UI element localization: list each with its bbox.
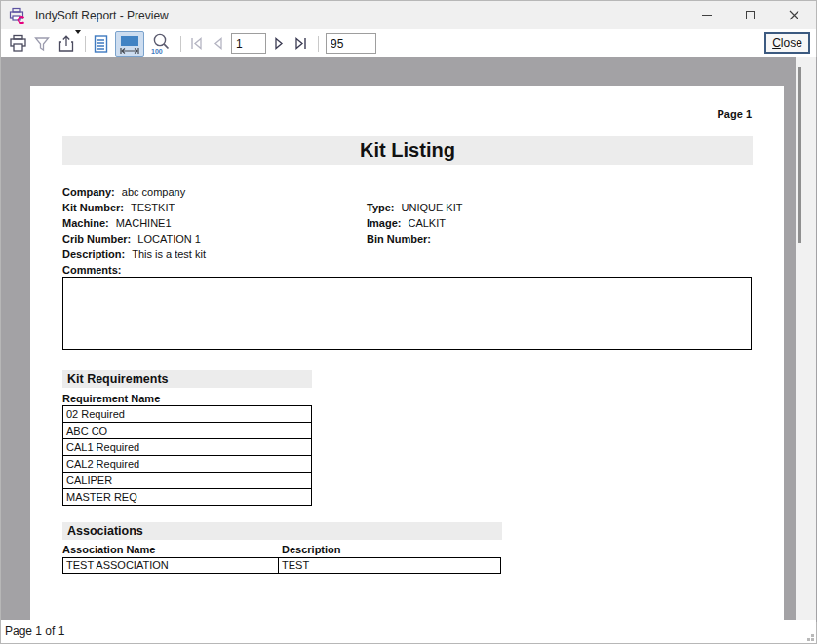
vertical-scrollbar[interactable] (796, 57, 816, 622)
next-page-icon[interactable] (272, 31, 287, 57)
toolbar: 100 (1, 29, 816, 57)
window-title: IndySoft Report - Preview (35, 9, 684, 22)
maximize-icon[interactable] (728, 1, 772, 29)
page-count-status: Page 1 of 1 (5, 625, 64, 638)
kit-details-left: Company:abc company Kit Number:TESTKIT M… (62, 184, 206, 278)
report-page: Page 1 Kit Listing Company:abc company K… (30, 86, 784, 622)
last-page-icon[interactable] (292, 31, 309, 57)
page-view-icon[interactable] (93, 31, 109, 57)
table-row: MASTER REQ (62, 488, 312, 506)
close-window-icon[interactable] (772, 1, 816, 29)
title-bar: IndySoft Report - Preview (1, 1, 816, 29)
report-title: Kit Listing (62, 136, 753, 165)
toolbar-separator (180, 36, 181, 52)
window-controls (684, 1, 816, 29)
kit-requirements-heading: Kit Requirements (62, 370, 312, 388)
page-number-input[interactable] (231, 33, 266, 54)
detail-crib-number: Crib Number:LOCATION 1 (62, 231, 206, 246)
resize-grip[interactable] (811, 638, 814, 641)
table-row: CALIPER (62, 472, 312, 489)
status-bar: Page 1 of 1 (1, 620, 816, 643)
zoom-100-icon[interactable]: 100 (150, 31, 172, 57)
scrollbar-thumb[interactable] (798, 67, 801, 243)
association-description-cell: TEST (278, 557, 501, 574)
first-page-icon[interactable] (188, 31, 205, 57)
toolbar-separator (318, 36, 319, 52)
table-row: 02 Required (62, 405, 312, 423)
zoom-percent-input[interactable] (326, 33, 376, 54)
export-dropdown-caret-icon[interactable] (75, 30, 81, 34)
kit-requirements-table: 02 Required ABC CO CAL1 Required CAL2 Re… (62, 405, 312, 506)
minimize-icon[interactable] (684, 1, 728, 29)
fit-to-width-icon[interactable] (115, 31, 144, 57)
detail-image: Image:CALKIT (367, 215, 462, 231)
print-icon[interactable] (9, 31, 27, 57)
table-row: CAL2 Required (62, 455, 312, 473)
close-button[interactable]: Close (764, 32, 810, 54)
association-description-header: Description (282, 544, 341, 555)
detail-description: Description:This is a test kit (62, 246, 206, 262)
detail-type: Type:UNIQUE KIT (367, 200, 462, 215)
detail-bin-number: Bin Number: (367, 231, 462, 246)
table-row: ABC CO (62, 422, 312, 439)
detail-machine: Machine:MACHINE1 (62, 215, 206, 231)
detail-company: Company:abc company (62, 184, 206, 200)
requirement-name-header: Requirement Name (62, 393, 160, 404)
indysoft-app-icon (8, 7, 27, 24)
prev-page-icon[interactable] (211, 31, 225, 57)
filter-icon[interactable] (33, 31, 51, 57)
page-number-label: Page 1 (718, 108, 752, 120)
association-name-header: Association Name (62, 544, 155, 555)
report-preview-area[interactable]: Page 1 Kit Listing Company:abc company K… (1, 57, 817, 622)
table-row: TEST ASSOCIATION TEST (62, 557, 501, 574)
comments-box (62, 277, 752, 350)
kit-details-right: Type:UNIQUE KIT Image:CALKIT Bin Number: (367, 200, 462, 246)
detail-comments-label: Comments: (62, 262, 206, 278)
detail-kit-number: Kit Number:TESTKIT (62, 200, 206, 215)
association-name-cell: TEST ASSOCIATION (62, 557, 279, 574)
associations-heading: Associations (62, 522, 502, 540)
toolbar-separator (85, 36, 86, 52)
zoom-100-label: 100 (151, 48, 163, 55)
export-icon[interactable] (57, 31, 76, 57)
table-row: CAL1 Required (62, 438, 312, 456)
report-preview-window: IndySoft Report - Preview (0, 0, 817, 644)
